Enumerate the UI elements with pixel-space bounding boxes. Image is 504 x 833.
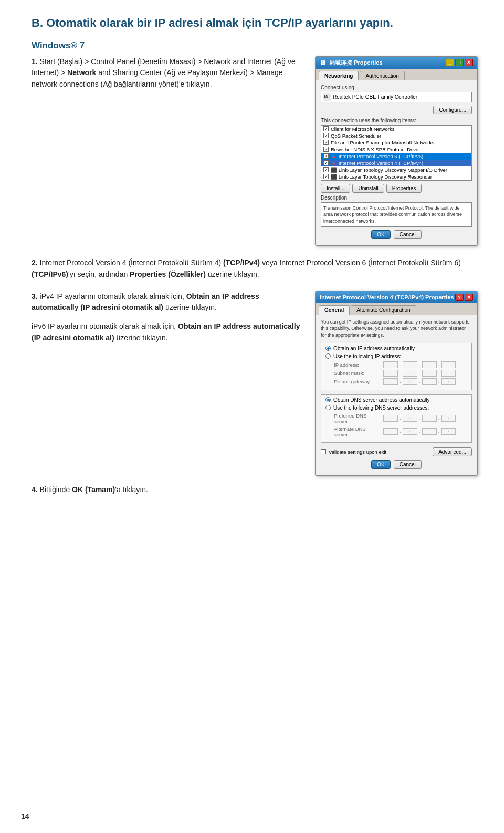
tab-alternate[interactable]: Alternate Configuration — [351, 305, 416, 315]
properties-button[interactable]: Properties — [386, 184, 422, 193]
step2-text: 2. Internet Protocol Version 4 (İnternet… — [32, 257, 483, 280]
subnet-seg3: · — [422, 370, 437, 377]
dialog1-cancel-button[interactable]: Cancel — [394, 230, 422, 239]
checkbox-4[interactable] — [323, 147, 329, 152]
radio-use-ip-btn[interactable] — [326, 353, 331, 359]
preferred-dns-label: Preferred DNS server: — [334, 413, 381, 424]
radio-use-dns-btn[interactable] — [326, 405, 331, 410]
item-label-7: ⬛ Link-Layer Topology Discovery Mapper I… — [331, 167, 447, 173]
dialog2-titlebar-buttons: ? ✕ — [455, 294, 473, 301]
dialog1-ok-button[interactable]: OK — [371, 230, 390, 239]
dialog1-tabs: Networking Authentication — [316, 69, 477, 80]
advanced-button[interactable]: Advanced... — [433, 447, 472, 456]
properties-dialog: 🖥 局域连接 Properties _ □ ✕ Networking Authe… — [315, 56, 478, 246]
list-item[interactable]: Client for Microsoft Networks — [321, 126, 471, 132]
subnet-input: · . · . · . · — [383, 370, 467, 377]
close-btn[interactable]: ✕ — [465, 59, 473, 66]
dialog2-cancel-button[interactable]: Cancel — [394, 460, 422, 469]
step2-number: 2. — [32, 258, 38, 267]
checkbox-3[interactable] — [323, 140, 329, 145]
step3-ipv4-block: 3. iPv4 IP ayarlarını otomatik olarak al… — [32, 291, 302, 314]
ip-address-group: Obtain an IP address automatically Use t… — [321, 343, 472, 390]
dialog1-titlebar: 🖥 局域连接 Properties _ □ ✕ — [316, 57, 477, 69]
pdns-seg1: · — [383, 415, 398, 422]
item-label-5: 🔺 Internet Protocol Version 6 (TCP/IPv6) — [331, 153, 423, 159]
tab-general[interactable]: General — [319, 305, 350, 315]
validate-checkbox[interactable] — [321, 449, 326, 454]
radio-use-dns-label: Use the following DNS server addresses: — [333, 405, 429, 411]
pdns-seg4: · — [441, 415, 456, 422]
list-item[interactable]: Rewether NDIS 6.X SPR Protocol Driver — [321, 146, 471, 153]
ip-address-row: IP address: · . · . · . · — [334, 361, 467, 368]
adns-seg3: · — [422, 428, 437, 435]
dialog2-close-btn[interactable]: ✕ — [465, 294, 473, 301]
list-item[interactable]: File and Printer Sharing for Microsoft N… — [321, 139, 471, 146]
ip-address-input: · . · . · . · — [383, 361, 467, 368]
list-item[interactable]: ⬛ Link-Layer Topology Discovery Mapper I… — [321, 166, 471, 173]
step3-ipv4-text: iPv4 IP ayarlarını otomatik olarak almak… — [32, 292, 259, 312]
tab-authentication[interactable]: Authentication — [360, 71, 404, 80]
gateway-input: · . · . · . · — [383, 378, 467, 385]
install-button[interactable]: Install... — [321, 184, 350, 193]
ip-seg1: · — [383, 361, 398, 368]
checkbox-2[interactable] — [323, 133, 329, 138]
adns-seg1: · — [383, 428, 398, 435]
radio-obtain-dns[interactable]: Obtain DNS server address automatically — [326, 397, 467, 403]
description-label: Description — [321, 195, 472, 201]
alternate-dns-row: Alternate DNS server: · . · . · . · — [334, 426, 467, 438]
dialog2-info: You can get IP settings assigned automat… — [321, 319, 472, 339]
radio-obtain-ip[interactable]: Obtain an IP address automatically — [326, 346, 467, 351]
list-item[interactable]: QoS Packet Scheduler — [321, 132, 471, 139]
ip-seg3: · — [422, 361, 437, 368]
checkbox-7[interactable] — [323, 167, 329, 172]
configure-button[interactable]: Configure... — [433, 106, 472, 114]
checkbox-1[interactable] — [323, 126, 329, 131]
item-label-3: File and Printer Sharing for Microsoft N… — [331, 140, 434, 145]
subnet-seg1: · — [383, 370, 398, 377]
alternate-dns-input: · . · . · . · — [383, 428, 467, 435]
adns-seg4: · — [441, 428, 456, 435]
dialog2-body: You can get IP settings assigned automat… — [316, 315, 477, 475]
gw-seg1: · — [383, 378, 398, 385]
step3-text: 3. iPv4 IP ayarlarını otomatik olarak al… — [32, 291, 302, 344]
list-item-ipv4[interactable]: 🔺 Internet Protocol Version 4 (TCP/IPv4) — [321, 160, 471, 166]
step3-ipv6-block: iPv6 IP ayarlarını otomatik olarak almak… — [32, 321, 302, 343]
dialog2-container: Internet Protocol Version 4 (TCP/IPv4) P… — [315, 291, 483, 476]
tab-networking[interactable]: Networking — [319, 71, 359, 80]
page-title: B. Otomatik olarak bir IP adresi almak i… — [32, 16, 483, 31]
install-buttons: Install... Uninstall Properties — [321, 184, 472, 193]
radio-obtain-ip-label: Obtain an IP address automatically — [333, 346, 415, 351]
dialog2-help-btn[interactable]: ? — [455, 294, 464, 301]
adapter-dropdown[interactable]: 🖥 Realtek PCIe GBE Family Controller — [321, 92, 472, 102]
dialog2-titlebar: Internet Protocol Version 4 (TCP/IPv4) P… — [316, 291, 477, 303]
radio-use-dns[interactable]: Use the following DNS server addresses: — [326, 405, 467, 411]
list-item[interactable]: ⬛ Link-Layer Topology Discovery Responde… — [321, 173, 471, 180]
uninstall-button[interactable]: Uninstall — [352, 184, 384, 193]
step1-text: 1. Start (Başlat) > Control Panel (Denet… — [32, 56, 302, 90]
minimize-btn[interactable]: _ — [446, 59, 454, 66]
page-header: B. Otomatik olarak bir IP adresi almak i… — [32, 16, 483, 31]
dialog2-ok-button[interactable]: OK — [371, 460, 390, 469]
preferred-dns-row: Preferred DNS server: · . · . · . · — [334, 413, 467, 424]
maximize-btn[interactable]: □ — [455, 59, 464, 66]
list-item-ipv6[interactable]: 🔺 Internet Protocol Version 6 (TCP/IPv6) — [321, 153, 471, 160]
radio-obtain-dns-btn[interactable] — [326, 397, 331, 402]
radio-use-ip[interactable]: Use the following IP address: — [326, 353, 467, 359]
adns-seg2: · — [403, 428, 417, 435]
step1-content: Start (Başlat) > Control Panel (Denetim … — [32, 57, 296, 88]
step3-ipv6-text: iPv6 IP ayarlarını otomatik olarak almak… — [32, 322, 300, 342]
gateway-label: Default gateway: — [334, 379, 381, 384]
ip-seg4: · — [441, 361, 456, 368]
radio-use-ip-label: Use the following IP address: — [333, 353, 401, 359]
step2-content: Internet Protocol Version 4 (İnternet Pr… — [32, 258, 461, 278]
ok-cancel-row: OK Cancel — [321, 230, 472, 241]
pdns-seg2: · — [403, 415, 417, 422]
checkbox-8[interactable] — [323, 174, 329, 179]
dialog2-title: Internet Protocol Version 4 (TCP/IPv4) P… — [320, 294, 454, 300]
radio-obtain-ip-btn[interactable] — [326, 346, 331, 351]
step1-section: 1. Start (Başlat) > Control Panel (Denet… — [32, 56, 483, 246]
checkbox-5[interactable] — [323, 153, 329, 159]
gw-seg2: · — [403, 378, 417, 385]
subnet-mask-label: Subnet mask: — [334, 370, 381, 376]
checkbox-6[interactable] — [323, 160, 329, 165]
